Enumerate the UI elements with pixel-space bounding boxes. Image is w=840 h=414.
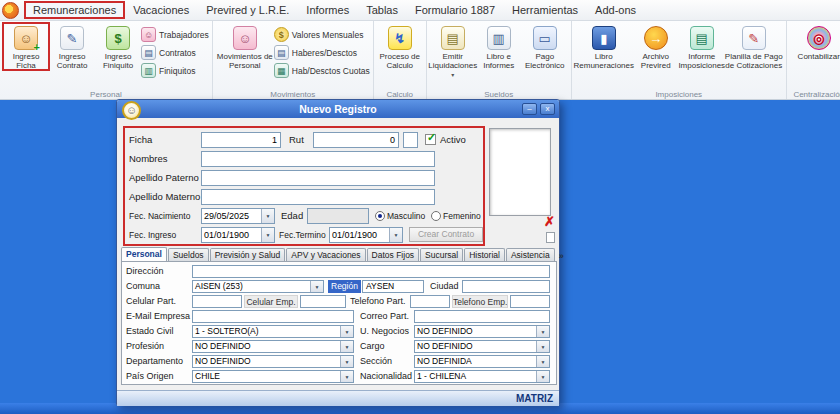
- profesion-label: Profesión: [126, 340, 164, 353]
- hab-desctos-cuotas-button[interactable]: ▦ Hab/Desctos Cuotas: [274, 63, 370, 78]
- fec-nacimiento-select[interactable]: 29/05/2025: [201, 208, 275, 224]
- rut-dv-field[interactable]: [403, 132, 418, 148]
- trabajadores-button[interactable]: ☺ Trabajadores: [141, 27, 209, 42]
- menu-tab-remuneraciones[interactable]: Remuneraciones: [25, 2, 124, 18]
- app-logo-icon[interactable]: [2, 2, 19, 19]
- dialog-title-bar[interactable]: Nuevo Registro: [117, 100, 559, 118]
- direccion-label: Dirección: [126, 265, 164, 278]
- informe-imposiciones-button[interactable]: ▤ Informe Imposiciones: [679, 23, 725, 70]
- tab-personal[interactable]: Personal: [121, 247, 167, 261]
- tab-historial[interactable]: Historial: [464, 248, 505, 261]
- settlements-doc-icon: ▥: [141, 63, 156, 78]
- seccion-select[interactable]: NO DEFINIDA: [414, 355, 550, 368]
- electronic-payment-icon: ▭: [533, 26, 557, 50]
- ribbon: ☺ Ingreso Ficha ✎ Ingreso Contrato $ Ing…: [0, 21, 840, 100]
- notes-icon[interactable]: [546, 232, 555, 243]
- button-label: Proceso de Calculo: [377, 52, 423, 70]
- menu-tab-informes[interactable]: Informes: [298, 2, 357, 18]
- region-field[interactable]: AYSEN: [362, 280, 424, 293]
- emitir-liquidaciones-button[interactable]: ▤ Emitir Liquidaciones: [430, 23, 476, 80]
- group-label-sueldos: Sueldos: [427, 90, 571, 99]
- nombres-field[interactable]: [201, 151, 435, 167]
- femenino-radio[interactable]: [431, 211, 441, 221]
- ingreso-finiquito-button[interactable]: $ Ingreso Finiquito: [95, 23, 141, 70]
- departamento-label: Departamento: [126, 355, 183, 368]
- fec-ingreso-select[interactable]: 01/01/1900: [201, 227, 275, 243]
- ingreso-contrato-button[interactable]: ✎ Ingreso Contrato: [49, 23, 95, 70]
- tab-apv-y-vacaciones[interactable]: APV y Vacaciones: [286, 248, 365, 261]
- menu-tab-formulario-1887[interactable]: Formulario 1887: [407, 2, 503, 18]
- menu-tab-previred-lre[interactable]: Previred y L.R.E.: [198, 2, 297, 18]
- tab-sueldos[interactable]: Sueldos: [168, 248, 209, 261]
- ribbon-group-centralizacion: ◎ Contabilizar Centralización: [787, 21, 840, 99]
- contratos-button[interactable]: ▤ Contratos: [141, 45, 209, 60]
- finiquitos-button[interactable]: ▥ Finiquitos: [141, 63, 209, 78]
- valores-mensuales-button[interactable]: $ Valores Mensuales: [274, 27, 370, 42]
- seccion-label: Sección: [360, 355, 392, 368]
- email-empresa-label: E-Mail Empresa: [126, 310, 190, 323]
- status-company-label: MATRIZ: [516, 393, 553, 404]
- menu-tab-tablas[interactable]: Tablas: [358, 2, 406, 18]
- contabilizar-button[interactable]: ◎ Contabilizar: [790, 23, 840, 61]
- email-empresa-field[interactable]: [192, 310, 354, 323]
- person-add-icon: ☺: [14, 26, 38, 50]
- nacionalidad-select[interactable]: 1 - CHILENA: [414, 370, 550, 383]
- haberes-desctos-button[interactable]: ▤ Haberes/Desctos: [274, 45, 370, 60]
- ingreso-ficha-button[interactable]: ☺ Ingreso Ficha: [3, 23, 49, 70]
- apellido-materno-field[interactable]: [201, 189, 435, 205]
- celular-emp-field[interactable]: [300, 295, 346, 308]
- clear-photo-button[interactable]: ✗: [544, 214, 555, 229]
- libro-e-informes-button[interactable]: ▥ Libro e Informes: [476, 23, 522, 70]
- proceso-de-calculo-button[interactable]: ↯ Proceso de Calculo: [377, 23, 423, 70]
- fec-nacimiento-label: Fec. Nacimiento: [129, 208, 190, 224]
- menu-tab-add-ons[interactable]: Add-ons: [587, 2, 644, 18]
- photo-box[interactable]: [489, 128, 551, 216]
- group-label-movimientos: Movimientos: [213, 90, 373, 99]
- close-button[interactable]: x: [540, 103, 555, 115]
- movimientos-de-personal-button[interactable]: ☺ Movimientos de Personal: [216, 23, 274, 70]
- telefono-emp-field[interactable]: [510, 295, 550, 308]
- ficha-field[interactable]: 1: [201, 132, 281, 148]
- tab-datos-fijos[interactable]: Datos Fijos: [367, 248, 420, 261]
- fec-nacimiento-value: 29/05/2025: [202, 209, 262, 223]
- tabs-overflow-button[interactable]: »: [556, 251, 567, 261]
- tab-sucursal[interactable]: Sucursal: [420, 248, 463, 261]
- rut-label: Rut: [289, 132, 304, 148]
- ciudad-field[interactable]: [462, 280, 550, 293]
- dialog-body: Ficha 1 Rut 0 Activo Nombres Apellido Pa…: [117, 118, 559, 404]
- menu-tab-herramientas[interactable]: Herramientas: [504, 2, 586, 18]
- celular-part-field[interactable]: [192, 295, 242, 308]
- estado-civil-select[interactable]: 1 - SOLTERO(A): [192, 325, 354, 338]
- departamento-select[interactable]: NO DEFINIDO: [192, 355, 354, 368]
- comuna-select[interactable]: AISEN (253): [192, 280, 324, 293]
- tab-prevision-y-salud[interactable]: Previsión y Salud: [210, 248, 286, 261]
- libro-remuneraciones-button[interactable]: ▮ Libro Remuneraciones: [575, 23, 633, 70]
- installments-icon: ▦: [274, 63, 289, 78]
- rut-field[interactable]: 0: [313, 132, 399, 148]
- tab-asistencia[interactable]: Asistencia: [506, 248, 555, 261]
- apellido-paterno-label: Apellido Paterno: [129, 170, 199, 186]
- masculino-radio[interactable]: [375, 211, 385, 221]
- fec-termino-select[interactable]: 01/01/1900: [329, 227, 403, 243]
- apellido-paterno-field[interactable]: [201, 170, 435, 186]
- pago-electronico-button[interactable]: ▭ Pago Electrónico: [522, 23, 568, 70]
- workers-icon: ☺: [141, 27, 156, 42]
- crear-contrato-button[interactable]: Crear Contrato: [409, 227, 483, 242]
- archivo-previred-button[interactable]: → Archivo Previred: [633, 23, 679, 70]
- cargo-select[interactable]: NO DEFINIDO: [414, 340, 550, 353]
- telefono-part-field[interactable]: [410, 295, 450, 308]
- fec-termino-label: Fec.Termino: [279, 227, 326, 243]
- minimize-button[interactable]: –: [522, 103, 537, 115]
- activo-checkbox[interactable]: [425, 134, 436, 145]
- personal-tab-panel: Dirección Comuna AISEN (253) Región AYSE…: [121, 261, 557, 385]
- direccion-field[interactable]: [192, 265, 550, 278]
- button-label: Hab/Desctos Cuotas: [292, 66, 370, 76]
- u-negocios-select[interactable]: NO DEFINIDO: [414, 325, 550, 338]
- correo-part-field[interactable]: [414, 310, 550, 323]
- group-label-centralizacion: Centralización: [787, 90, 840, 99]
- planilla-pago-cotizaciones-button[interactable]: ✎ Planilla de Pago de Cotizaciones: [725, 23, 783, 70]
- pais-origen-select[interactable]: CHILE: [192, 370, 354, 383]
- menu-tab-vacaciones[interactable]: Vacaciones: [125, 2, 197, 18]
- profesion-select[interactable]: NO DEFINIDO: [192, 340, 354, 353]
- fec-termino-value: 01/01/1900: [330, 228, 390, 242]
